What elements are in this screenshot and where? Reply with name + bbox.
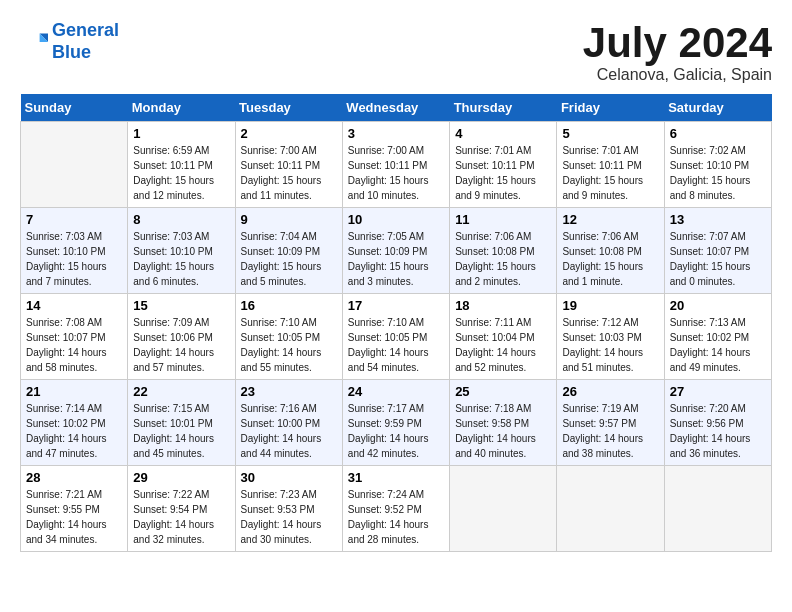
calendar-cell: 7Sunrise: 7:03 AMSunset: 10:10 PMDayligh… xyxy=(21,208,128,294)
day-number: 26 xyxy=(562,384,658,399)
header-saturday: Saturday xyxy=(664,94,771,122)
day-info: Sunrise: 7:24 AMSunset: 9:52 PMDaylight:… xyxy=(348,487,444,547)
calendar-cell: 23Sunrise: 7:16 AMSunset: 10:00 PMDaylig… xyxy=(235,380,342,466)
header-friday: Friday xyxy=(557,94,664,122)
calendar-week-4: 21Sunrise: 7:14 AMSunset: 10:02 PMDaylig… xyxy=(21,380,772,466)
day-number: 16 xyxy=(241,298,337,313)
calendar-cell xyxy=(450,466,557,552)
calendar-cell: 13Sunrise: 7:07 AMSunset: 10:07 PMDaylig… xyxy=(664,208,771,294)
calendar-cell: 26Sunrise: 7:19 AMSunset: 9:57 PMDayligh… xyxy=(557,380,664,466)
day-number: 19 xyxy=(562,298,658,313)
month-year: July 2024 xyxy=(583,20,772,66)
day-info: Sunrise: 7:03 AMSunset: 10:10 PMDaylight… xyxy=(26,229,122,289)
calendar-cell: 30Sunrise: 7:23 AMSunset: 9:53 PMDayligh… xyxy=(235,466,342,552)
logo-text: General Blue xyxy=(52,20,119,63)
calendar-cell: 1Sunrise: 6:59 AMSunset: 10:11 PMDayligh… xyxy=(128,122,235,208)
day-info: Sunrise: 7:23 AMSunset: 9:53 PMDaylight:… xyxy=(241,487,337,547)
day-number: 1 xyxy=(133,126,229,141)
day-info: Sunrise: 7:05 AMSunset: 10:09 PMDaylight… xyxy=(348,229,444,289)
day-info: Sunrise: 7:11 AMSunset: 10:04 PMDaylight… xyxy=(455,315,551,375)
day-info: Sunrise: 7:22 AMSunset: 9:54 PMDaylight:… xyxy=(133,487,229,547)
calendar-week-1: 1Sunrise: 6:59 AMSunset: 10:11 PMDayligh… xyxy=(21,122,772,208)
calendar-cell: 4Sunrise: 7:01 AMSunset: 10:11 PMDayligh… xyxy=(450,122,557,208)
calendar-cell: 12Sunrise: 7:06 AMSunset: 10:08 PMDaylig… xyxy=(557,208,664,294)
day-number: 30 xyxy=(241,470,337,485)
calendar-week-3: 14Sunrise: 7:08 AMSunset: 10:07 PMDaylig… xyxy=(21,294,772,380)
day-number: 23 xyxy=(241,384,337,399)
day-info: Sunrise: 7:15 AMSunset: 10:01 PMDaylight… xyxy=(133,401,229,461)
day-number: 7 xyxy=(26,212,122,227)
day-info: Sunrise: 7:06 AMSunset: 10:08 PMDaylight… xyxy=(562,229,658,289)
calendar-cell: 9Sunrise: 7:04 AMSunset: 10:09 PMDayligh… xyxy=(235,208,342,294)
day-number: 15 xyxy=(133,298,229,313)
calendar-cell: 3Sunrise: 7:00 AMSunset: 10:11 PMDayligh… xyxy=(342,122,449,208)
calendar-cell: 27Sunrise: 7:20 AMSunset: 9:56 PMDayligh… xyxy=(664,380,771,466)
day-number: 20 xyxy=(670,298,766,313)
day-info: Sunrise: 7:10 AMSunset: 10:05 PMDaylight… xyxy=(241,315,337,375)
day-info: Sunrise: 7:18 AMSunset: 9:58 PMDaylight:… xyxy=(455,401,551,461)
calendar-cell: 22Sunrise: 7:15 AMSunset: 10:01 PMDaylig… xyxy=(128,380,235,466)
page-header: General Blue July 2024 Celanova, Galicia… xyxy=(20,20,772,84)
day-info: Sunrise: 7:08 AMSunset: 10:07 PMDaylight… xyxy=(26,315,122,375)
calendar-cell: 6Sunrise: 7:02 AMSunset: 10:10 PMDayligh… xyxy=(664,122,771,208)
calendar-table: SundayMondayTuesdayWednesdayThursdayFrid… xyxy=(20,94,772,552)
calendar-cell: 15Sunrise: 7:09 AMSunset: 10:06 PMDaylig… xyxy=(128,294,235,380)
day-number: 28 xyxy=(26,470,122,485)
day-number: 21 xyxy=(26,384,122,399)
header-tuesday: Tuesday xyxy=(235,94,342,122)
calendar-cell: 10Sunrise: 7:05 AMSunset: 10:09 PMDaylig… xyxy=(342,208,449,294)
header-sunday: Sunday xyxy=(21,94,128,122)
day-info: Sunrise: 7:01 AMSunset: 10:11 PMDaylight… xyxy=(562,143,658,203)
day-number: 31 xyxy=(348,470,444,485)
day-info: Sunrise: 7:07 AMSunset: 10:07 PMDaylight… xyxy=(670,229,766,289)
calendar-cell: 16Sunrise: 7:10 AMSunset: 10:05 PMDaylig… xyxy=(235,294,342,380)
day-info: Sunrise: 7:10 AMSunset: 10:05 PMDaylight… xyxy=(348,315,444,375)
day-number: 4 xyxy=(455,126,551,141)
day-number: 6 xyxy=(670,126,766,141)
day-number: 22 xyxy=(133,384,229,399)
day-number: 11 xyxy=(455,212,551,227)
day-info: Sunrise: 7:06 AMSunset: 10:08 PMDaylight… xyxy=(455,229,551,289)
calendar-cell: 25Sunrise: 7:18 AMSunset: 9:58 PMDayligh… xyxy=(450,380,557,466)
day-info: Sunrise: 7:02 AMSunset: 10:10 PMDaylight… xyxy=(670,143,766,203)
day-number: 8 xyxy=(133,212,229,227)
calendar-cell xyxy=(557,466,664,552)
day-info: Sunrise: 7:16 AMSunset: 10:00 PMDaylight… xyxy=(241,401,337,461)
day-number: 27 xyxy=(670,384,766,399)
day-info: Sunrise: 7:13 AMSunset: 10:02 PMDaylight… xyxy=(670,315,766,375)
calendar-cell: 11Sunrise: 7:06 AMSunset: 10:08 PMDaylig… xyxy=(450,208,557,294)
day-number: 10 xyxy=(348,212,444,227)
day-number: 24 xyxy=(348,384,444,399)
day-info: Sunrise: 6:59 AMSunset: 10:11 PMDaylight… xyxy=(133,143,229,203)
calendar-cell xyxy=(21,122,128,208)
day-info: Sunrise: 7:17 AMSunset: 9:59 PMDaylight:… xyxy=(348,401,444,461)
calendar-cell: 31Sunrise: 7:24 AMSunset: 9:52 PMDayligh… xyxy=(342,466,449,552)
location: Celanova, Galicia, Spain xyxy=(583,66,772,84)
day-number: 9 xyxy=(241,212,337,227)
day-number: 12 xyxy=(562,212,658,227)
day-number: 18 xyxy=(455,298,551,313)
calendar-header-row: SundayMondayTuesdayWednesdayThursdayFrid… xyxy=(21,94,772,122)
calendar-cell: 5Sunrise: 7:01 AMSunset: 10:11 PMDayligh… xyxy=(557,122,664,208)
calendar-week-5: 28Sunrise: 7:21 AMSunset: 9:55 PMDayligh… xyxy=(21,466,772,552)
day-info: Sunrise: 7:20 AMSunset: 9:56 PMDaylight:… xyxy=(670,401,766,461)
logo-icon xyxy=(20,28,48,56)
day-info: Sunrise: 7:14 AMSunset: 10:02 PMDaylight… xyxy=(26,401,122,461)
calendar-cell: 19Sunrise: 7:12 AMSunset: 10:03 PMDaylig… xyxy=(557,294,664,380)
calendar-cell: 8Sunrise: 7:03 AMSunset: 10:10 PMDayligh… xyxy=(128,208,235,294)
day-info: Sunrise: 7:04 AMSunset: 10:09 PMDaylight… xyxy=(241,229,337,289)
title-block: July 2024 Celanova, Galicia, Spain xyxy=(583,20,772,84)
day-info: Sunrise: 7:21 AMSunset: 9:55 PMDaylight:… xyxy=(26,487,122,547)
calendar-cell: 2Sunrise: 7:00 AMSunset: 10:11 PMDayligh… xyxy=(235,122,342,208)
day-number: 14 xyxy=(26,298,122,313)
day-info: Sunrise: 7:00 AMSunset: 10:11 PMDaylight… xyxy=(241,143,337,203)
day-info: Sunrise: 7:12 AMSunset: 10:03 PMDaylight… xyxy=(562,315,658,375)
day-info: Sunrise: 7:00 AMSunset: 10:11 PMDaylight… xyxy=(348,143,444,203)
calendar-cell: 17Sunrise: 7:10 AMSunset: 10:05 PMDaylig… xyxy=(342,294,449,380)
day-number: 29 xyxy=(133,470,229,485)
logo: General Blue xyxy=(20,20,119,63)
day-number: 17 xyxy=(348,298,444,313)
calendar-cell: 18Sunrise: 7:11 AMSunset: 10:04 PMDaylig… xyxy=(450,294,557,380)
calendar-cell: 21Sunrise: 7:14 AMSunset: 10:02 PMDaylig… xyxy=(21,380,128,466)
day-info: Sunrise: 7:09 AMSunset: 10:06 PMDaylight… xyxy=(133,315,229,375)
